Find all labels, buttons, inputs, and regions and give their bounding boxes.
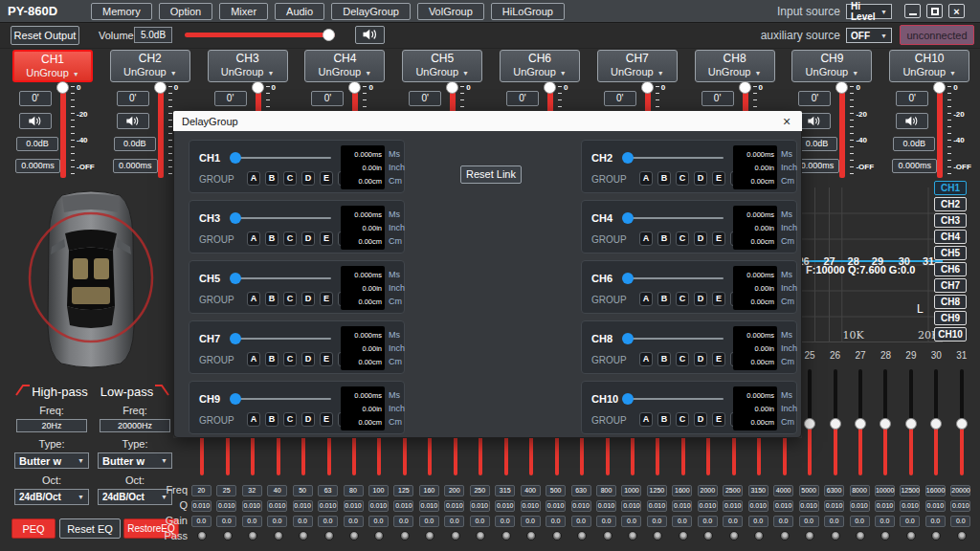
toolbar-button-delaygroup[interactable]: DelayGroup — [331, 3, 411, 20]
delay-slider-knob[interactable] — [622, 393, 634, 405]
channel-fader[interactable] — [158, 84, 164, 178]
gain-cell[interactable]: 0.0 — [267, 516, 287, 527]
group-letter-a[interactable]: A — [639, 292, 653, 306]
gain-cell[interactable]: 0.0 — [748, 516, 768, 527]
pass-button[interactable] — [754, 531, 764, 540]
gain-cell[interactable]: 0.0 — [698, 516, 718, 527]
freq-cell[interactable]: 40 — [267, 485, 287, 496]
channel-fader[interactable] — [839, 84, 845, 178]
freq-cell[interactable]: 4000 — [773, 485, 793, 496]
freq-cell[interactable]: 250 — [470, 485, 490, 496]
unit-cm[interactable]: Cm — [389, 297, 405, 306]
toolbar-button-hilogroup[interactable]: HiLoGroup — [491, 3, 565, 20]
group-letter-c[interactable]: C — [676, 231, 689, 246]
unit-cm[interactable]: Cm — [781, 417, 797, 427]
q-cell[interactable]: 0.010 — [293, 500, 313, 512]
freq-cell[interactable]: 200 — [444, 485, 464, 496]
q-cell[interactable]: 0.010 — [470, 500, 490, 512]
q-cell[interactable]: 0.010 — [596, 500, 616, 512]
ch-select-ch1[interactable]: CH1 — [934, 181, 967, 195]
aux-source-dropdown[interactable]: OFF ▼ — [846, 28, 892, 43]
unit-inch[interactable]: Inch — [389, 163, 405, 172]
ch-select-ch5[interactable]: CH5 — [934, 246, 967, 260]
q-cell[interactable]: 0.010 — [191, 500, 212, 512]
q-cell[interactable]: 0.010 — [216, 500, 236, 512]
q-cell[interactable]: 0.010 — [546, 500, 566, 512]
group-letter-a[interactable]: A — [639, 352, 653, 366]
pass-button[interactable] — [603, 531, 612, 540]
unit-ms[interactable]: Ms — [781, 209, 797, 219]
toolbar-button-mixer[interactable]: Mixer — [219, 3, 268, 20]
freq-cell[interactable]: 5000 — [799, 485, 819, 496]
group-letter-a[interactable]: A — [247, 292, 260, 306]
group-letter-e[interactable]: E — [712, 292, 725, 306]
unit-cm[interactable]: Cm — [781, 176, 797, 186]
delay-slider[interactable] — [624, 217, 724, 219]
group-letter-c[interactable]: C — [676, 171, 689, 186]
ch-select-ch7[interactable]: CH7 — [934, 278, 967, 293]
volume-slider-knob[interactable] — [323, 29, 335, 41]
q-cell[interactable]: 0.010 — [950, 500, 970, 512]
unit-inch[interactable]: Inch — [781, 404, 797, 413]
freq-cell[interactable]: 100 — [368, 485, 389, 496]
channel-fader-knob[interactable] — [56, 81, 69, 94]
toolbar-button-option[interactable]: Option — [159, 3, 212, 20]
group-letter-d[interactable]: D — [301, 352, 315, 366]
delay-values-box[interactable]: 0.000ms0.00in0.00cm — [341, 266, 385, 310]
gain-cell[interactable]: 0.0 — [571, 516, 591, 527]
freq-cell[interactable]: 315 — [495, 485, 515, 496]
delay-values-box[interactable]: 0.000ms0.00in0.00cm — [341, 206, 385, 250]
gain-cell[interactable]: 0.0 — [900, 516, 920, 527]
unit-cm[interactable]: Cm — [389, 176, 405, 186]
unit-inch[interactable]: Inch — [389, 343, 405, 353]
delay-slider-knob[interactable] — [230, 152, 241, 164]
gain-cell[interactable]: 0.0 — [546, 516, 566, 527]
unit-cm[interactable]: Cm — [781, 357, 797, 366]
group-letter-e[interactable]: E — [320, 352, 333, 366]
delay-values-box[interactable]: 0.000ms0.00in0.00cm — [733, 206, 777, 250]
pass-button[interactable] — [831, 531, 840, 540]
gain-cell[interactable]: 0.0 — [191, 516, 212, 527]
group-letter-e[interactable]: E — [712, 171, 725, 186]
unit-cm[interactable]: Cm — [389, 236, 405, 246]
pass-button[interactable] — [324, 531, 334, 540]
group-letter-a[interactable]: A — [639, 231, 653, 246]
connection-status-badge[interactable]: unconnected — [900, 25, 974, 45]
mute-button[interactable] — [896, 113, 928, 129]
gain-cell[interactable]: 0.0 — [950, 516, 970, 527]
group-letter-b[interactable]: B — [657, 231, 671, 246]
group-letter-d[interactable]: D — [694, 412, 707, 427]
channel-fader[interactable] — [937, 84, 943, 178]
group-letter-b[interactable]: B — [657, 412, 671, 427]
reset-eq-button[interactable]: Reset EQ — [59, 518, 121, 539]
maximize-button[interactable] — [926, 4, 943, 18]
channel-fader-knob[interactable] — [739, 81, 751, 94]
band-slider-knob[interactable] — [804, 418, 815, 430]
channel-header-ch10[interactable]: CH10UnGroup▼ — [889, 50, 969, 82]
ch-select-ch4[interactable]: CH4 — [934, 230, 967, 244]
unit-ms[interactable]: Ms — [781, 330, 797, 340]
q-cell[interactable]: 0.010 — [571, 500, 591, 512]
gain-cell[interactable]: 0.0 — [470, 516, 490, 527]
q-cell[interactable]: 0.010 — [318, 500, 338, 512]
delay-slider[interactable] — [232, 398, 331, 400]
unit-ms[interactable]: Ms — [781, 270, 797, 279]
delay-slider[interactable] — [232, 217, 331, 219]
freq-cell[interactable]: 8000 — [850, 485, 870, 496]
mute-button[interactable] — [117, 113, 149, 129]
delay-slider-knob[interactable] — [622, 273, 634, 284]
delay-slider-knob[interactable] — [622, 212, 634, 224]
phase-button[interactable]: 0' — [311, 91, 344, 106]
pass-button[interactable] — [931, 531, 941, 540]
q-cell[interactable]: 0.010 — [748, 500, 768, 512]
unit-cm[interactable]: Cm — [389, 417, 405, 427]
toolbar-button-volgroup[interactable]: VolGroup — [417, 3, 484, 20]
group-letter-d[interactable]: D — [301, 412, 315, 427]
mute-button[interactable] — [19, 113, 52, 129]
phase-button[interactable]: 0' — [702, 91, 734, 106]
group-letter-a[interactable]: A — [639, 171, 653, 186]
freq-cell[interactable]: 50 — [293, 485, 313, 496]
gain-cell[interactable]: 0.0 — [723, 516, 743, 527]
unit-inch[interactable]: Inch — [781, 163, 797, 172]
delay-values-box[interactable]: 0.000ms0.00in0.00cm — [733, 386, 777, 430]
